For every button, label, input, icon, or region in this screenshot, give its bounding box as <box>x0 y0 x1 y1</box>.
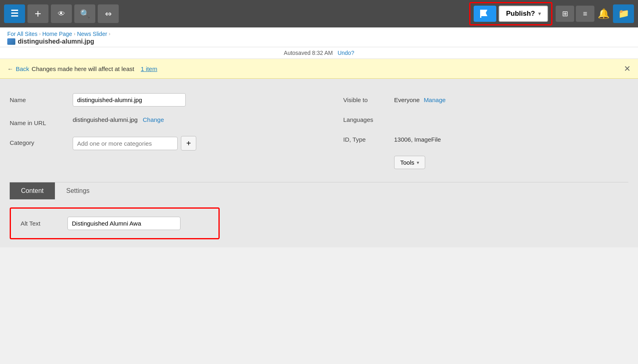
category-field-value: + <box>73 136 319 151</box>
tabs-area: Content Settings <box>10 182 628 199</box>
name-row: Name <box>10 88 319 111</box>
publish-label: Publish? <box>506 10 535 18</box>
add-icon: + <box>35 7 41 20</box>
breadcrumb-sep-1: › <box>39 31 41 37</box>
fields-grid: Name Name in URL distinguished-alumni.jp… <box>10 88 628 182</box>
autosave-text: Autosaved 8:32 AM <box>284 50 333 56</box>
name-label: Name <box>10 93 66 103</box>
url-text: distinguished-alumni.jpg <box>73 116 138 123</box>
item-count-link[interactable]: 1 item <box>141 65 157 72</box>
breadcrumb-sep-3: › <box>109 31 110 37</box>
manage-link[interactable]: Manage <box>424 96 445 103</box>
publish-area: Publish? ▾ <box>469 2 552 25</box>
main-content: Name Name in URL distinguished-alumni.jp… <box>0 79 638 199</box>
change-link[interactable]: Change <box>143 116 164 123</box>
publish-dropdown-arrow: ▾ <box>538 11 541 17</box>
alt-text-input[interactable] <box>67 217 180 230</box>
tools-arrow: ▾ <box>417 160 419 165</box>
file-icon <box>7 38 15 45</box>
name-input[interactable] <box>73 93 186 107</box>
grid-icon: ⊞ <box>562 9 568 18</box>
bell-icon: 🔔 <box>598 8 610 19</box>
tree-button[interactable]: ☰ <box>4 4 25 23</box>
languages-label: Languages <box>343 113 388 123</box>
category-input[interactable] <box>73 137 178 150</box>
search-icon: 🔍 <box>80 9 90 19</box>
files-button[interactable]: 📁 <box>613 4 634 23</box>
tab-settings-label: Settings <box>66 187 90 194</box>
visible-row: Visible to Everyone Manage <box>343 88 628 108</box>
left-column: Name Name in URL distinguished-alumni.jp… <box>10 88 319 174</box>
view-buttons: ⊞ ≡ <box>556 6 594 22</box>
file-name-text: distinguished-alumni.jpg <box>18 38 94 45</box>
preview-button[interactable]: 👁 <box>51 4 72 23</box>
url-row: Name in URL distinguished-alumni.jpg Cha… <box>10 111 319 131</box>
publish-button[interactable]: Publish? ▾ <box>499 6 548 22</box>
warning-close-button[interactable]: ✕ <box>624 64 631 73</box>
eye-icon: 👁 <box>58 10 65 18</box>
tools-row: Tools ▾ <box>343 148 628 174</box>
name-field-value <box>73 93 319 107</box>
url-field-value: distinguished-alumni.jpg Change <box>73 116 319 123</box>
tab-settings[interactable]: Settings <box>55 182 101 199</box>
breadcrumb-section[interactable]: News Slider <box>77 31 107 37</box>
tools-label: Tools <box>400 159 414 166</box>
swap-icon: ⇔ <box>105 9 112 19</box>
breadcrumb: For All Sites › Home Page › News Slider … <box>7 31 631 37</box>
flag-icon <box>479 9 491 19</box>
grid-view-button[interactable]: ⊞ <box>556 6 574 22</box>
breadcrumb-area: For All Sites › Home Page › News Slider … <box>0 27 638 47</box>
right-column: Visible to Everyone Manage Languages ID,… <box>319 88 628 174</box>
add-category-button[interactable]: + <box>181 136 196 151</box>
visible-text: Everyone <box>394 96 420 103</box>
id-type-label: ID, Type <box>343 133 388 143</box>
svg-rect-0 <box>480 10 481 18</box>
url-label: Name in URL <box>10 116 66 126</box>
visible-label: Visible to <box>343 93 388 103</box>
tree-icon: ☰ <box>10 8 19 19</box>
category-input-row: + <box>73 136 319 151</box>
content-section: Alt Text <box>0 199 638 247</box>
list-icon: ≡ <box>583 10 588 18</box>
alt-text-label: Alt Text <box>21 220 61 227</box>
tools-empty-label <box>343 153 388 156</box>
flag-button[interactable] <box>474 6 496 22</box>
content-inner: Alt Text <box>10 207 220 239</box>
tools-btn-area: Tools ▾ <box>394 153 425 169</box>
category-row: Category + <box>10 131 319 155</box>
id-type-row: ID, Type 13006, ImageFile <box>343 128 628 148</box>
toolbar-right: Publish? ▾ ⊞ ≡ 🔔 📁 <box>469 2 634 25</box>
add-button[interactable]: + <box>27 4 48 23</box>
search-button[interactable]: 🔍 <box>74 4 95 23</box>
toolbar: ☰ + 👁 🔍 ⇔ Publish? ▾ ⊞ <box>0 0 638 27</box>
swap-button[interactable]: ⇔ <box>98 4 119 23</box>
warning-left: ← Back Changes made here will affect at … <box>7 65 157 72</box>
plus-icon: + <box>186 139 191 148</box>
tools-button[interactable]: Tools ▾ <box>394 156 425 169</box>
warning-message: Changes made here will affect at least <box>31 65 134 72</box>
tab-content-label: Content <box>21 187 44 194</box>
breadcrumb-page[interactable]: Home Page <box>42 31 72 37</box>
visible-value: Everyone Manage <box>394 93 446 103</box>
breadcrumb-sep-2: › <box>74 31 76 37</box>
file-name: distinguished-alumni.jpg <box>7 38 631 45</box>
arrow-left-icon: ← <box>7 65 13 72</box>
bell-button[interactable]: 🔔 <box>598 8 610 19</box>
warning-banner: ← Back Changes made here will affect at … <box>0 59 638 79</box>
autosave-bar: Autosaved 8:32 AM Undo? <box>0 47 638 59</box>
languages-row: Languages <box>343 108 628 128</box>
id-type-value: 13006, ImageFile <box>394 133 441 143</box>
tab-content[interactable]: Content <box>10 182 55 199</box>
folder-icon: 📁 <box>618 8 629 19</box>
back-link[interactable]: Back <box>16 65 29 72</box>
list-view-button[interactable]: ≡ <box>576 6 594 22</box>
breadcrumb-site[interactable]: For All Sites <box>7 31 38 37</box>
id-type-text: 13006, ImageFile <box>394 136 441 143</box>
tabs-row: Content Settings <box>10 182 628 199</box>
category-label: Category <box>10 136 66 146</box>
undo-link[interactable]: Undo? <box>338 50 354 56</box>
